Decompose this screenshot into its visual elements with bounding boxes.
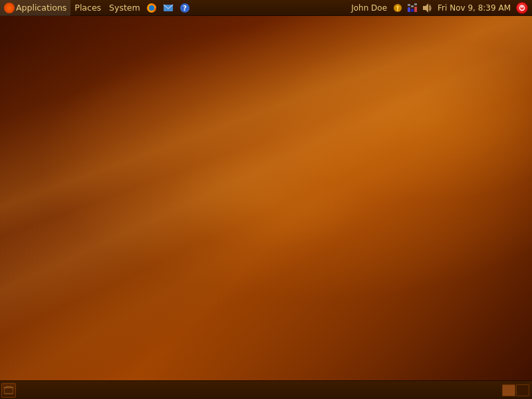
mail-launcher[interactable] bbox=[161, 0, 178, 16]
user-name[interactable]: John Doe bbox=[348, 0, 390, 16]
desktop: Applications Places System bbox=[0, 0, 532, 399]
applications-label: Applications bbox=[16, 3, 66, 13]
network-monitor[interactable] bbox=[406, 0, 419, 16]
svg-rect-6 bbox=[408, 4, 410, 6]
svg-rect-8 bbox=[411, 5, 414, 7]
system-menu[interactable]: System bbox=[105, 0, 144, 16]
sound-icon bbox=[422, 3, 432, 13]
svg-rect-9 bbox=[411, 9, 414, 12]
help-icon: ? bbox=[180, 3, 190, 13]
show-desktop-button[interactable] bbox=[1, 383, 16, 398]
notification-icon bbox=[392, 3, 403, 13]
workspace-1[interactable] bbox=[502, 384, 515, 396]
svg-text:?: ? bbox=[183, 5, 187, 12]
svg-point-1 bbox=[149, 5, 154, 11]
datetime-display[interactable]: Fri Nov 9, 8:39 AM bbox=[435, 0, 513, 16]
svg-rect-10 bbox=[414, 3, 417, 5]
system-label: System bbox=[109, 3, 140, 13]
panel-right: John Doe bbox=[348, 0, 532, 16]
mail-icon bbox=[163, 3, 174, 13]
svg-rect-7 bbox=[408, 7, 410, 12]
svg-rect-11 bbox=[414, 7, 417, 12]
bottom-panel-left bbox=[0, 383, 502, 398]
help-launcher[interactable]: ? bbox=[178, 0, 194, 16]
wallpaper bbox=[0, 0, 532, 399]
places-label: Places bbox=[74, 3, 101, 13]
power-icon[interactable] bbox=[516, 2, 528, 14]
svg-rect-16 bbox=[5, 388, 13, 393]
bottom-panel bbox=[0, 380, 532, 399]
show-desktop-icon bbox=[4, 386, 13, 394]
notification-area[interactable] bbox=[391, 0, 404, 16]
bottom-panel-right bbox=[502, 384, 532, 396]
ubuntu-logo-icon bbox=[4, 3, 15, 13]
power-button[interactable] bbox=[515, 0, 529, 16]
top-panel: Applications Places System bbox=[0, 0, 532, 16]
firefox-icon bbox=[146, 3, 157, 13]
applications-menu[interactable]: Applications bbox=[0, 0, 70, 16]
places-menu[interactable]: Places bbox=[70, 0, 105, 16]
workspace-2[interactable] bbox=[516, 384, 529, 396]
sound-control[interactable] bbox=[420, 0, 434, 16]
svg-marker-12 bbox=[423, 3, 428, 13]
workspace-switcher bbox=[502, 384, 529, 396]
firefox-launcher[interactable] bbox=[144, 0, 161, 16]
network-icon bbox=[407, 3, 418, 13]
panel-left: Applications Places System bbox=[0, 0, 348, 16]
